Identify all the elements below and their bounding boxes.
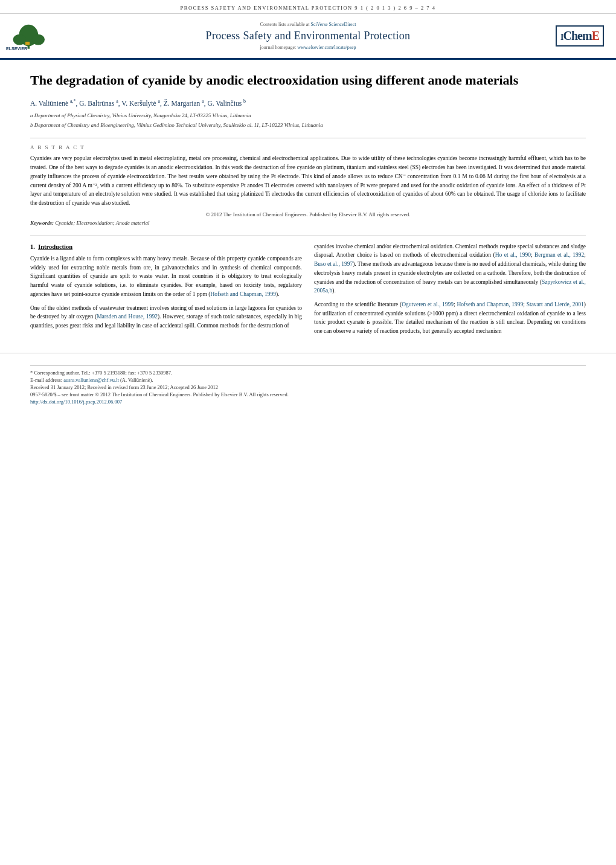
footer-doi-link[interactable]: http://dx.doi.org/10.1016/j.psep.2012.06…	[30, 399, 122, 405]
word-and: and	[336, 279, 344, 285]
divider-footer	[30, 365, 586, 366]
journal-header: ELSEVIER Contents lists available at Sci…	[0, 14, 616, 60]
elsevier-logo: ELSEVIER	[6, 19, 60, 53]
svg-rect-4	[25, 42, 30, 45]
affiliations: a Department of Physical Chemistry, Viln…	[30, 112, 586, 129]
affiliation-b: b Department of Chemistry and Bioenginee…	[30, 121, 586, 130]
main-content: The degradation of cyanide by anodic ele…	[0, 60, 616, 353]
section-1-heading: 1. Introduction	[30, 242, 302, 252]
right-column: cyanides involve chemical and/or electro…	[314, 242, 586, 341]
ref-stavart[interactable]: Stavart and Lierde, 2001	[527, 301, 584, 307]
footer-doi: http://dx.doi.org/10.1016/j.psep.2012.06…	[30, 399, 586, 405]
journal-bar-text: Process Safety and Environmental Protect…	[181, 5, 436, 11]
copyright-line: © 2012 The Institution of Chemical Engin…	[30, 211, 586, 217]
ref-buso[interactable]: Buso et al., 1997	[314, 261, 353, 267]
section-1-para-1: Cyanide is a ligand able to form complex…	[30, 254, 302, 299]
two-col-layout: 1. Introduction Cyanide is a ligand able…	[30, 242, 586, 341]
svg-point-3	[32, 34, 45, 45]
ref-ogutveren[interactable]: Ogutveren et al., 1999	[402, 301, 454, 307]
footer-email-line: E-mail address: ausra.valiuniene@chf.vu.…	[30, 377, 586, 383]
section-1-para-2: One of the oldest methods of wastewater …	[30, 304, 302, 330]
page: Process Safety and Environmental Protect…	[0, 0, 616, 865]
abstract-section: A B S T R A C T Cyanides are very popula…	[30, 144, 586, 225]
footer-section: * Corresponding author. Tel.: +370 5 219…	[0, 353, 616, 412]
keywords-text: Cyanide; Electrooxidation; Anode materia…	[55, 220, 149, 226]
footer-email-label: E-mail address:	[30, 377, 62, 383]
right-para-2: According to the scientific literature (…	[314, 300, 586, 336]
footer-email-link[interactable]: ausra.valiuniene@chf.vu.lt	[63, 377, 119, 383]
journal-top-bar: Process Safety and Environmental Protect…	[0, 0, 616, 14]
authors-text: A. Valiūnienė a,*, G. Baltrūnas a, V. Ke…	[30, 100, 246, 107]
ref-hofseth-2[interactable]: Hofseth and Chapman, 1999	[457, 301, 523, 307]
ref-szpyrkowicz[interactable]: Szpyrkowicz et al., 2005a,b	[314, 279, 586, 294]
right-para-1: cyanides involve chemical and/or electro…	[314, 242, 586, 295]
ref-marsden[interactable]: Marsden and House, 1992	[97, 314, 158, 320]
left-column: 1. Introduction Cyanide is a ligand able…	[30, 242, 302, 341]
affiliation-a: a Department of Physical Chemistry, Viln…	[30, 112, 586, 120]
abstract-label: A B S T R A C T	[30, 144, 586, 150]
journal-title-header: Process Safety and Environmental Protect…	[66, 30, 550, 42]
abstract-text: Cyanides are very popular electrolytes u…	[30, 154, 586, 207]
homepage-url[interactable]: www.elsevier.com/locate/psep	[297, 45, 356, 50]
keywords-label: Keywords:	[30, 220, 54, 226]
journal-center: Contents lists available at SciVerse Sci…	[66, 22, 550, 50]
footer-issn: 0957-5820/$ – see front matter © 2012 Th…	[30, 391, 586, 397]
section-1-number: 1.	[30, 243, 35, 250]
article-title: The degradation of cyanide by anodic ele…	[30, 72, 586, 89]
journal-homepage: journal homepage: www.elsevier.com/locat…	[66, 45, 550, 50]
ref-ho[interactable]: Ho et al., 1990	[495, 252, 531, 258]
icheme-box: IChemE	[556, 25, 604, 47]
section-1-title: Introduction	[38, 243, 72, 250]
sciverse-link[interactable]: SciVerse ScienceDirect	[311, 22, 356, 27]
keywords-line: Keywords: Cyanide; Electrooxidation; Ano…	[30, 220, 586, 226]
ref-bergman[interactable]: Bergman et al., 1992	[534, 252, 584, 258]
ref-hofseth-1[interactable]: Hofseth and Chapman, 1999	[210, 291, 276, 297]
footer-corresponding: * Corresponding author. Tel.: +370 5 219…	[30, 370, 586, 376]
authors: A. Valiūnienė a,*, G. Baltrūnas a, V. Ke…	[30, 99, 586, 108]
divider-1	[30, 138, 586, 138]
divider-2	[30, 236, 586, 236]
footer-email-name: (A. Valiūnienė).	[120, 377, 153, 383]
sciverse-text: Contents lists available at SciVerse Sci…	[66, 22, 550, 27]
icheme-logo: IChemE	[556, 25, 604, 47]
svg-point-2	[13, 34, 26, 45]
svg-text:ELSEVIER: ELSEVIER	[6, 47, 27, 51]
footer-received: Received 31 January 2012; Received in re…	[30, 384, 586, 390]
